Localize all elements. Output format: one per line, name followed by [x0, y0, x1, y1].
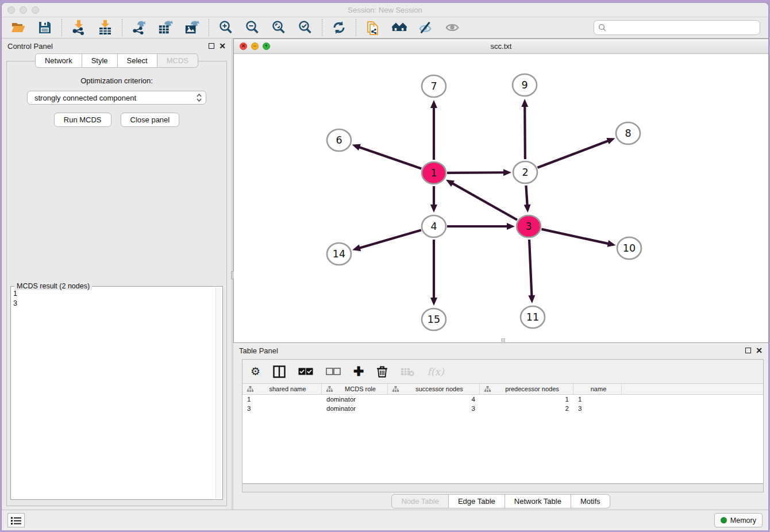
column-layout-icon[interactable] [273, 365, 286, 378]
edge-1-6[interactable] [359, 147, 421, 169]
open-file-icon[interactable] [11, 20, 26, 35]
hierarchy-icon [326, 386, 333, 392]
main-toolbar [2, 17, 768, 38]
cell-successor-nodes[interactable]: 3 [388, 404, 480, 413]
tab-node-table[interactable]: Node Table [391, 494, 449, 508]
delete-column-icon[interactable] [376, 365, 388, 378]
refresh-icon[interactable] [332, 20, 346, 35]
hierarchy-icon [247, 386, 253, 392]
edge-2-9[interactable] [525, 106, 525, 159]
function-builder-icon: f(x) [427, 366, 444, 377]
column-header-predecessor-nodes[interactable]: predecessor nodes [480, 384, 573, 394]
control-panel-float-button[interactable] [209, 43, 214, 49]
criterion-dropdown[interactable]: strongly connected component [27, 91, 206, 105]
zoom-out-icon[interactable] [245, 20, 260, 35]
graph-node-label-6: 6 [336, 134, 342, 146]
export-image-icon[interactable] [184, 20, 199, 35]
network-canvas[interactable]: 7968124314101511 [234, 54, 768, 342]
edge-arrowhead-1-2 [503, 169, 511, 176]
content-area: Control Panel ✕ NetworkStyleSelectMCDS O… [2, 38, 768, 510]
cell-predecessor-nodes[interactable]: 1 [480, 395, 573, 404]
panel-splitter[interactable] [232, 38, 233, 510]
duplicate-network-icon[interactable] [365, 20, 380, 35]
table-panel-float-button[interactable] [745, 348, 751, 353]
column-header-MCDS-role[interactable]: MCDS role [322, 384, 388, 394]
cell-name[interactable]: 1 [573, 395, 622, 404]
control-panel-close-button[interactable]: ✕ [219, 43, 226, 49]
cell-mcds-role[interactable]: dominator [322, 395, 388, 404]
table-settings-icon[interactable]: ⚙ [251, 366, 260, 377]
table-panel-close-button[interactable]: ✕ [756, 348, 763, 353]
column-header-shared-name[interactable]: shared name [242, 384, 322, 394]
column-header-name[interactable]: name [573, 384, 622, 394]
export-network-icon[interactable] [132, 20, 147, 35]
memory-button[interactable]: Memory [714, 513, 763, 527]
table-row[interactable]: 3dominator323 [242, 404, 763, 413]
cell-predecessor-nodes[interactable]: 2 [480, 404, 573, 413]
tab-select[interactable]: Select [118, 53, 157, 68]
tab-edge-table[interactable]: Edge Table [449, 494, 505, 508]
cell-mcds-role[interactable]: dominator [322, 404, 388, 413]
edge-4-14[interactable] [359, 230, 421, 248]
tab-network-table[interactable]: Network Table [505, 494, 571, 508]
edge-3-11[interactable] [529, 240, 532, 296]
column-header-successor-nodes[interactable]: successor nodes [388, 384, 480, 394]
graph-node-label-9: 9 [521, 79, 528, 91]
network-maximize-button[interactable]: + [263, 43, 270, 50]
tab-style[interactable]: Style [82, 53, 118, 68]
export-table-icon[interactable] [158, 20, 173, 35]
tab-network[interactable]: Network [35, 53, 82, 68]
close-panel-button[interactable]: Close panel [121, 113, 180, 127]
table-panel-title: Table Panel [239, 346, 278, 355]
zoom-selected-icon[interactable] [298, 20, 313, 35]
cell-successor-nodes[interactable]: 4 [388, 395, 480, 404]
edge-arrowhead-2-8 [606, 138, 615, 144]
graph-node-label-11: 11 [526, 311, 539, 323]
cell-name[interactable]: 3 [573, 404, 622, 413]
network-minimize-button[interactable]: − [251, 43, 259, 50]
status-bar: Memory [2, 510, 768, 530]
mcds-result-scrollbar[interactable] [215, 288, 221, 498]
cell-shared-name[interactable]: 3 [242, 404, 322, 413]
control-panel-header: Control Panel ✕ [2, 38, 232, 53]
task-history-button[interactable] [7, 513, 25, 527]
edge-arrowhead-2-3 [524, 205, 531, 213]
table-row[interactable]: 1dominator411 [242, 395, 763, 404]
criterion-dropdown-value: strongly connected component [34, 94, 196, 102]
edge-1-2[interactable] [447, 172, 505, 173]
app-titlebar: Session: New Session [2, 3, 768, 17]
hierarchy-icon [484, 386, 491, 392]
edge-2-8[interactable] [538, 141, 609, 168]
hide-selected-icon[interactable] [418, 20, 433, 35]
search-input[interactable] [609, 24, 756, 32]
home-layout-icon[interactable] [392, 20, 407, 35]
tab-motifs[interactable]: Motifs [571, 494, 610, 508]
add-column-icon[interactable]: ✚ [353, 365, 364, 378]
graph-node-label-3: 3 [525, 221, 532, 232]
edge-arrowhead-3-11 [528, 295, 535, 303]
run-mcds-button[interactable]: Run MCDS [54, 113, 111, 127]
select-all-checkboxes-icon[interactable] [298, 368, 313, 375]
mcds-result-text[interactable]: 1 3 [13, 289, 215, 498]
mcds-result-box: MCDS result (2 nodes) 1 3 [10, 286, 223, 500]
deselect-all-checkboxes-icon[interactable] [326, 368, 341, 375]
table-toolbar: ⚙ ✚ [242, 360, 763, 384]
canvas-grip[interactable] [501, 338, 505, 342]
table-panel-header: Table Panel ✕ [233, 343, 768, 358]
chevron-up-down-icon [196, 93, 202, 102]
edge-3-1[interactable] [452, 183, 517, 220]
network-close-button[interactable]: ✕ [240, 43, 247, 50]
search-field[interactable] [594, 20, 760, 35]
tab-mcds[interactable]: MCDS [157, 53, 198, 68]
control-panel-title: Control Panel [7, 42, 53, 51]
zoom-in-icon[interactable] [218, 20, 233, 35]
save-session-icon[interactable] [37, 20, 52, 35]
import-network-icon[interactable] [71, 20, 86, 35]
show-all-icon[interactable] [445, 20, 460, 35]
cell-shared-name[interactable]: 1 [242, 395, 322, 404]
import-table-icon[interactable] [98, 20, 113, 35]
zoom-fit-icon[interactable] [271, 20, 286, 35]
network-graph[interactable]: 7968124314101511 [234, 54, 768, 342]
edge-2-3[interactable] [526, 186, 527, 206]
edge-3-10[interactable] [541, 229, 609, 244]
